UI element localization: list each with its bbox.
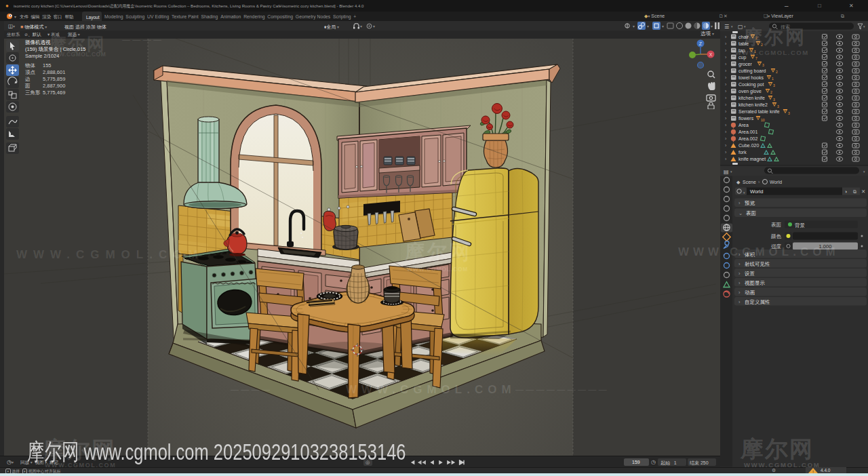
svg-text:表面: 表面 bbox=[771, 222, 782, 228]
svg-text:2: 2 bbox=[776, 70, 778, 74]
svg-text:▤: ▤ bbox=[724, 169, 729, 175]
svg-text:▾: ▾ bbox=[662, 24, 664, 28]
svg-text:3: 3 bbox=[788, 111, 790, 115]
svg-text:▾: ▾ bbox=[647, 24, 649, 28]
svg-text:towel hooks: towel hooks bbox=[738, 75, 764, 80]
svg-text:Serrated table knife: Serrated table knife bbox=[738, 109, 780, 114]
svg-text:7: 7 bbox=[755, 56, 757, 60]
svg-text:☰: ☰ bbox=[724, 24, 729, 30]
svg-text:kitchen knife2: kitchen knife2 bbox=[738, 102, 768, 107]
svg-text:Cooking pot: Cooking pot bbox=[738, 82, 764, 87]
svg-text:▢: ▢ bbox=[738, 24, 743, 30]
svg-text:grocer: grocer bbox=[738, 62, 753, 67]
svg-text:⧉: ⧉ bbox=[853, 189, 856, 194]
svg-text:预览: 预览 bbox=[745, 200, 755, 206]
svg-text:射线可见性: 射线可见性 bbox=[745, 261, 770, 267]
svg-text:Z: Z bbox=[699, 41, 703, 46]
svg-text:Scene: Scene bbox=[743, 180, 756, 184]
svg-text:kitchen knife: kitchen knife bbox=[738, 96, 765, 100]
svg-text:fork: fork bbox=[738, 150, 747, 155]
svg-text:World: World bbox=[770, 180, 782, 184]
svg-text:视图显示: 视图显示 bbox=[745, 280, 766, 286]
svg-text:▾: ▾ bbox=[360, 24, 362, 28]
svg-text:自定义属性: 自定义属性 bbox=[745, 299, 770, 305]
svg-text:1: 1 bbox=[772, 77, 774, 81]
svg-text:◑: ◑ bbox=[844, 189, 847, 194]
svg-text:▾: ▾ bbox=[14, 15, 16, 19]
svg-text:cutting board: cutting board bbox=[738, 68, 766, 74]
svg-text:表面: 表面 bbox=[746, 210, 757, 216]
svg-text:设置: 设置 bbox=[745, 271, 755, 277]
svg-text:10: 10 bbox=[761, 118, 765, 122]
svg-text:2: 2 bbox=[770, 90, 772, 94]
svg-text:Area.002: Area.002 bbox=[738, 136, 758, 141]
svg-text:flowers: flowers bbox=[738, 116, 754, 121]
svg-text:World: World bbox=[750, 189, 763, 195]
svg-text:◆: ◆ bbox=[736, 180, 741, 184]
svg-text:✕: ✕ bbox=[861, 189, 865, 195]
svg-text:X: X bbox=[709, 52, 713, 57]
svg-text:Area.001: Area.001 bbox=[738, 130, 758, 134]
svg-text:3: 3 bbox=[762, 63, 764, 67]
svg-text:Cube.020: Cube.020 bbox=[738, 143, 759, 148]
svg-text:Area: Area bbox=[738, 123, 749, 127]
svg-text:knife magnet: knife magnet bbox=[738, 157, 766, 162]
svg-text:▾: ▾ bbox=[711, 24, 713, 28]
svg-text:⌄: ⌄ bbox=[738, 210, 743, 216]
svg-text:▾: ▾ bbox=[373, 24, 375, 28]
svg-text:oven glove: oven glove bbox=[738, 89, 762, 94]
svg-text:▾: ▾ bbox=[633, 24, 635, 28]
svg-text:颜色: 颜色 bbox=[770, 233, 782, 239]
svg-text:3: 3 bbox=[777, 104, 779, 108]
svg-text:3: 3 bbox=[773, 83, 775, 87]
svg-text:背景: 背景 bbox=[795, 222, 806, 229]
svg-text:动画: 动画 bbox=[745, 290, 755, 296]
svg-text:3: 3 bbox=[773, 98, 775, 102]
